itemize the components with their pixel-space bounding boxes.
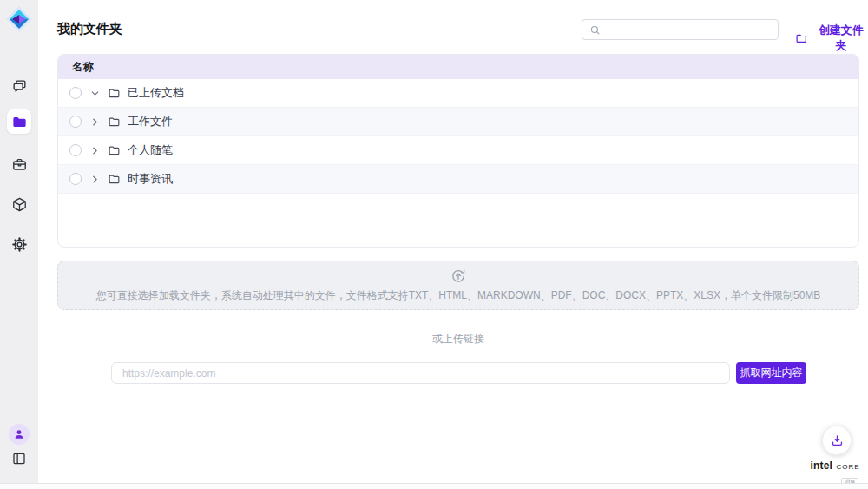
or-upload-link-label: 或上传链接 [57, 332, 859, 347]
sidebar-item-folders[interactable] [7, 109, 31, 134]
folder-name: 已上传文档 [128, 85, 184, 101]
sidebar-item-settings[interactable] [7, 232, 31, 256]
search-box[interactable] [582, 19, 779, 40]
column-name: 名称 [72, 60, 94, 75]
table-header: 名称 [58, 55, 858, 79]
chevron-down-icon[interactable] [89, 88, 101, 99]
app-window: 我的文件夹 创建文件夹 名称 已上传文档 工作文件 [0, 0, 868, 489]
person-icon [13, 428, 25, 440]
create-folder-label: 创建文件夹 [813, 23, 868, 54]
fetch-url-button[interactable]: 抓取网址内容 [736, 362, 806, 384]
folder-name: 工作文件 [128, 114, 173, 129]
intel-core-text: core [837, 460, 860, 471]
app-logo-icon[interactable] [5, 5, 33, 33]
sidebar [0, 0, 38, 483]
folder-row-work-files[interactable]: 工作文件 [58, 108, 858, 136]
briefcase-icon [11, 156, 28, 173]
folder-icon [108, 116, 121, 129]
sidebar-item-models[interactable] [7, 192, 31, 216]
download-fab-button[interactable] [822, 426, 852, 455]
window-bottom-edge [0, 483, 868, 489]
folder-name: 个人随笔 [128, 142, 173, 158]
folder-row-news[interactable]: 时事资讯 [58, 165, 858, 194]
intel-core-logo: intel core ultra [805, 458, 865, 486]
sidebar-item-chat[interactable] [7, 74, 31, 98]
user-avatar[interactable] [9, 424, 30, 445]
folder-icon [108, 144, 121, 157]
upload-dropzone[interactable]: 您可直接选择加载文件夹，系统自动处理其中的文件，文件格式支持TXT、HTML、M… [57, 261, 859, 310]
download-icon [830, 433, 845, 448]
row-checkbox[interactable] [69, 144, 82, 156]
folder-icon [11, 114, 28, 130]
folder-icon [108, 87, 121, 100]
search-input[interactable] [606, 23, 771, 36]
intel-logo-text: intel [810, 459, 832, 472]
chevron-right-icon[interactable] [89, 116, 101, 128]
chevron-right-icon[interactable] [89, 145, 101, 156]
gear-icon [11, 236, 28, 253]
search-icon [589, 24, 601, 36]
create-folder-icon [795, 32, 807, 45]
folder-row-uploaded-docs[interactable]: 已上传文档 [58, 79, 858, 108]
upload-hint-text: 您可直接选择加载文件夹，系统自动处理其中的文件，文件格式支持TXT、HTML、M… [96, 288, 821, 303]
page-title: 我的文件夹 [57, 21, 122, 37]
url-input[interactable] [111, 362, 730, 384]
folder-row-personal-notes[interactable]: 个人随笔 [58, 136, 858, 165]
create-folder-button[interactable]: 创建文件夹 [795, 23, 868, 54]
upload-cloud-icon [450, 268, 467, 285]
row-checkbox[interactable] [69, 87, 82, 99]
folder-name: 时事资讯 [128, 171, 173, 187]
row-checkbox[interactable] [69, 173, 82, 185]
folder-table: 名称 已上传文档 工作文件 个人随笔 时事资讯 [57, 54, 859, 248]
row-checkbox[interactable] [69, 116, 82, 128]
sidebar-item-workspace[interactable] [7, 152, 31, 176]
chat-icon [11, 78, 28, 95]
folder-icon [108, 173, 121, 186]
panel-layout-icon [11, 451, 27, 466]
collapse-sidebar-button[interactable] [11, 451, 27, 466]
cube-icon [11, 196, 28, 213]
chevron-right-icon[interactable] [89, 174, 101, 185]
